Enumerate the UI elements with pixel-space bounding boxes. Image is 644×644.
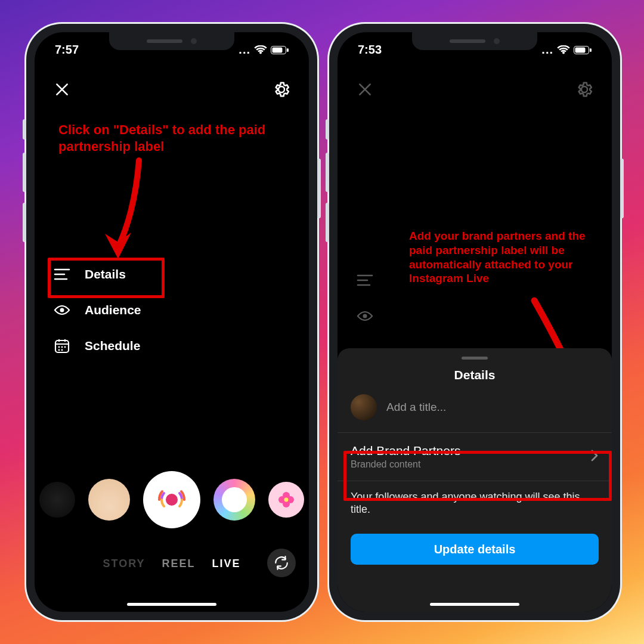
svg-point-3 [60, 308, 64, 312]
battery-icon [271, 46, 289, 54]
annotation-text: Click on "Details" to add the paid partn… [58, 122, 285, 154]
wifi-icon [557, 45, 570, 55]
flip-camera-button[interactable] [267, 549, 296, 577]
top-bar [338, 72, 612, 107]
title-input[interactable]: Add a title... [386, 401, 446, 414]
svg-point-9 [61, 349, 63, 351]
tutorial-canvas: 7:57 ... Click [0, 0, 644, 644]
gear-icon[interactable] [270, 78, 293, 101]
live-setup-menu-dimmed [355, 271, 374, 326]
shutter-button[interactable] [143, 471, 200, 528]
live-setup-menu: Details Audience Schedule [52, 265, 141, 355]
menu-label: Audience [85, 303, 141, 317]
update-details-button[interactable]: Update details [351, 534, 599, 565]
annotation-text: Add your brand partners and the paid par… [409, 229, 600, 286]
svg-point-5 [58, 346, 60, 348]
cellular-icon: ... [239, 43, 250, 57]
details-icon [52, 265, 72, 284]
side-button [23, 119, 26, 140]
svg-rect-2 [287, 48, 289, 52]
svg-rect-1 [273, 47, 283, 52]
annotation-arrow-icon [94, 157, 166, 264]
svg-point-10 [166, 494, 178, 506]
details-sheet: Details Add a title... Add Brand Partner… [338, 348, 612, 612]
mode-story[interactable]: STORY [103, 558, 145, 570]
title-input-row[interactable]: Add a title... [338, 394, 612, 432]
sheet-note: Your followers and anyone watching will … [338, 481, 612, 516]
svg-rect-17 [575, 47, 586, 52]
svg-point-19 [363, 314, 367, 318]
sheet-grabber[interactable] [462, 357, 488, 360]
svg-rect-18 [590, 48, 592, 52]
menu-item-details[interactable]: Details [52, 265, 141, 284]
close-icon[interactable] [353, 78, 377, 101]
screen-left: 7:57 ... Click [35, 32, 309, 612]
battery-icon [574, 46, 592, 54]
menu-item-schedule[interactable]: Schedule [52, 336, 141, 355]
phone-frame-left: 7:57 ... Click [26, 24, 317, 620]
chevron-right-icon [590, 449, 599, 465]
filter-carousel[interactable] [35, 470, 309, 530]
button-label: Update details [434, 543, 516, 556]
wifi-icon [254, 45, 267, 55]
details-icon [355, 271, 374, 290]
side-button [326, 203, 329, 242]
menu-item-audience[interactable]: Audience [52, 301, 141, 320]
brand-partners-title: Add Brand Partners [351, 444, 460, 458]
filter-thumb[interactable] [39, 482, 75, 518]
side-button [317, 159, 321, 218]
mode-live[interactable]: LIVE [212, 558, 241, 570]
menu-label: Schedule [85, 339, 140, 353]
gear-icon[interactable] [572, 78, 596, 101]
sheet-title: Details [338, 368, 612, 382]
audience-icon [355, 306, 374, 326]
cellular-icon: ... [541, 43, 553, 57]
audience-icon [52, 301, 72, 320]
filter-thumb[interactable] [213, 479, 255, 521]
filter-thumb[interactable] [88, 479, 130, 521]
status-time: 7:57 [55, 43, 79, 57]
side-button [326, 153, 329, 192]
close-icon[interactable] [50, 78, 74, 101]
mode-reel[interactable]: REEL [162, 558, 195, 570]
phone-frame-right: 7:53 ... [329, 24, 620, 620]
status-bar: 7:53 ... [338, 43, 612, 57]
svg-point-8 [58, 349, 60, 351]
brand-partners-subtitle: Branded content [351, 459, 460, 470]
side-button [23, 153, 26, 192]
home-indicator[interactable] [127, 603, 216, 606]
svg-point-7 [64, 346, 66, 348]
svg-point-15 [284, 498, 289, 502]
status-bar: 7:57 ... [35, 43, 309, 57]
avatar [351, 394, 377, 420]
schedule-icon [52, 336, 72, 355]
home-indicator[interactable] [430, 603, 519, 606]
screen-right: 7:53 ... [338, 32, 612, 612]
top-bar [35, 72, 309, 107]
status-time: 7:53 [358, 43, 382, 57]
side-button [620, 159, 624, 218]
filter-thumb[interactable] [268, 482, 304, 518]
menu-label: Details [85, 267, 126, 281]
side-button [326, 119, 329, 140]
svg-point-6 [61, 346, 63, 348]
add-brand-partners-row[interactable]: Add Brand Partners Branded content [338, 433, 612, 481]
side-button [23, 203, 26, 242]
